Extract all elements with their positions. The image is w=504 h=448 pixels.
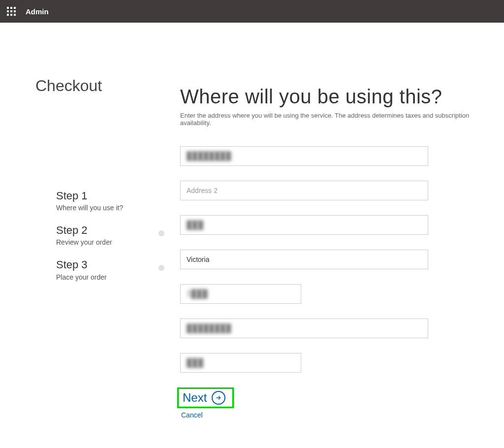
address1-value: ████████ xyxy=(187,152,231,160)
city-input[interactable]: ███ xyxy=(180,215,428,235)
step-3[interactable]: Step 3 Place your order xyxy=(56,259,169,281)
step-title: Step 3 xyxy=(56,259,169,271)
next-button-label: Next xyxy=(183,391,207,405)
next-button-highlight: Next xyxy=(177,387,234,408)
postal-value: 3███ xyxy=(187,289,208,298)
step-title: Step 1 xyxy=(56,190,169,202)
state-input[interactable] xyxy=(180,250,428,269)
step-subtitle: Place your order xyxy=(56,273,169,281)
city-value: ███ xyxy=(187,221,203,229)
step-subtitle: Review your order xyxy=(56,238,169,246)
checkout-steps: Step 1 Where will you use it? Step 2 Rev… xyxy=(56,190,169,294)
extra1-input[interactable]: ████████ xyxy=(180,319,428,338)
step-1[interactable]: Step 1 Where will you use it? xyxy=(56,190,169,212)
step-title: Step 2 xyxy=(56,224,169,236)
step-subtitle: Where will you use it? xyxy=(56,204,169,212)
form-actions: Next Cancel xyxy=(180,387,485,419)
extra2-value: ███ xyxy=(187,358,203,367)
next-button[interactable]: Next xyxy=(183,391,225,405)
step-2[interactable]: Step 2 Review your order xyxy=(56,224,169,246)
address-form: Where will you be using this? Enter the … xyxy=(180,86,485,419)
arrow-right-icon xyxy=(212,391,225,405)
extra2-input[interactable]: ███ xyxy=(180,353,301,373)
extra1-value: ████████ xyxy=(187,324,231,333)
postal-input[interactable]: 3███ xyxy=(180,284,301,304)
page-title: Checkout xyxy=(35,77,102,95)
top-bar: Admin xyxy=(0,0,504,23)
address1-input[interactable]: ████████ xyxy=(180,146,428,166)
app-launcher-icon[interactable] xyxy=(7,7,16,16)
form-heading: Where will you be using this? xyxy=(180,86,485,108)
form-subtext: Enter the address where you will be usin… xyxy=(180,112,485,127)
app-title: Admin xyxy=(26,7,49,16)
cancel-link[interactable]: Cancel xyxy=(181,411,485,419)
address2-input[interactable] xyxy=(180,181,428,200)
